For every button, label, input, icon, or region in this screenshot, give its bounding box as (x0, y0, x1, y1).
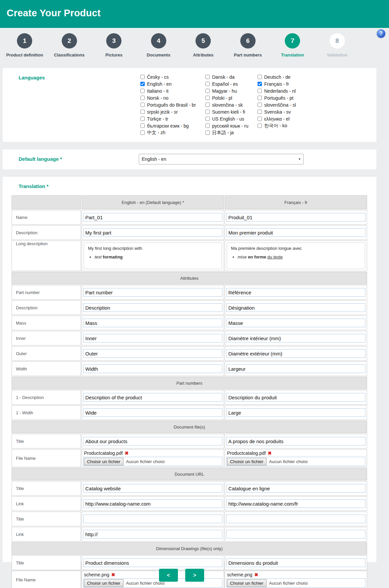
input-title-fr[interactable] (226, 437, 365, 445)
next-step-button[interactable]: > (185, 569, 204, 582)
step-pictures: 3Pictures (92, 28, 136, 57)
language-checkbox-fran-ais-fr[interactable] (258, 82, 262, 86)
input-link-en[interactable] (83, 530, 222, 539)
language-checkbox-norsk-no[interactable] (140, 96, 145, 100)
input-1-description-en[interactable] (83, 393, 222, 402)
input-link-fr[interactable] (226, 499, 365, 508)
input-1-width-en[interactable] (83, 408, 222, 417)
input-title-fr[interactable] (226, 558, 365, 567)
input-description-fr[interactable] (226, 303, 365, 312)
input-title-en[interactable] (83, 558, 222, 567)
row-label: Title (12, 434, 81, 448)
step-label: Part numbers (226, 53, 271, 57)
language-checkbox-ja[interactable] (205, 131, 210, 135)
input-name-en[interactable] (83, 213, 222, 222)
language-checkbox-polski-pl[interactable] (205, 96, 210, 100)
input-width-en[interactable] (83, 364, 222, 373)
input-inner-en[interactable] (83, 334, 222, 343)
input-name-fr[interactable] (226, 213, 365, 222)
cell-en (82, 361, 224, 376)
language-item: Português - pt (258, 94, 321, 101)
step-circle-7[interactable]: 7 (285, 33, 300, 49)
language-checkbox-us-english-us[interactable] (205, 117, 210, 121)
input-link-en[interactable] (83, 499, 222, 508)
row-label: Mass (12, 316, 81, 330)
input-title-fr[interactable] (226, 484, 365, 493)
cell-fr (225, 300, 367, 315)
input-title-fr[interactable] (226, 515, 365, 523)
step-label: Validation (315, 53, 360, 57)
step-documents: 4Documents (136, 28, 181, 57)
cell-fr (225, 346, 367, 361)
step-product-definition: 1Product definition (2, 28, 47, 57)
input-inner-fr[interactable] (226, 334, 365, 343)
language-checkbox-nederlands-nl[interactable] (258, 89, 262, 93)
language-checkbox-bg[interactable] (140, 124, 145, 128)
language-checkbox-esky-cs[interactable] (140, 75, 145, 79)
language-column-1: Česky - csEnglish - enItaliano - itNorsk… (140, 73, 205, 136)
richtext-bullet: text formating (95, 254, 218, 259)
language-checkbox-english-en[interactable] (140, 82, 145, 86)
language-checkbox-magyar-hu[interactable] (205, 89, 210, 93)
language-checkbox-italiano-it[interactable] (140, 89, 145, 93)
language-item: 한국어 - ko (258, 122, 321, 129)
help-icon[interactable]: ? (377, 29, 385, 38)
cell-en (82, 210, 224, 225)
language-column-3: Deutsch - deFrançais - frNederlands - nl… (258, 73, 321, 136)
step-circle-6[interactable]: 6 (240, 33, 256, 49)
delete-file-icon[interactable]: ✖ (268, 450, 272, 456)
input-1-width-fr[interactable] (226, 408, 365, 417)
language-label: Dansk - da (212, 74, 235, 80)
language-checkbox-ko[interactable] (258, 124, 262, 128)
input-part-number-en[interactable] (83, 288, 222, 297)
input-mass-fr[interactable] (226, 319, 365, 327)
input-link-fr[interactable] (226, 530, 365, 539)
row-label: Outer (12, 346, 81, 361)
language-checkbox-sloven-ina-sl[interactable] (258, 103, 262, 107)
language-checkbox-portugu-s-do-brasil-br[interactable] (140, 103, 145, 107)
input-title-en[interactable] (83, 484, 222, 493)
language-checkbox-zh[interactable] (140, 131, 145, 135)
language-checkbox-suomen-kieli-fi[interactable] (205, 110, 210, 114)
language-checkbox-espa-ol-es[interactable] (205, 82, 210, 86)
input-title-en[interactable] (83, 515, 222, 523)
step-circle-5[interactable]: 5 (195, 33, 211, 49)
language-checkbox-dansk-da[interactable] (205, 75, 210, 79)
row-label: Description (12, 225, 81, 240)
input-part-number-fr[interactable] (226, 288, 365, 297)
delete-file-icon[interactable]: ✖ (125, 450, 129, 456)
step-indicator: 1Product definition2Classifications3Pict… (2, 28, 359, 57)
language-checkbox-srpski-jezik-sr[interactable] (140, 110, 145, 114)
language-checkbox-sloven-ina-sk[interactable] (205, 103, 210, 107)
language-checkbox-ru[interactable] (205, 124, 210, 128)
input-description-en[interactable] (83, 303, 222, 312)
input-mass-en[interactable] (83, 319, 222, 327)
input-1-description-fr[interactable] (226, 393, 365, 402)
cell-fr (225, 512, 367, 526)
step-circle-8[interactable]: 8 (330, 33, 345, 49)
step-circle-2[interactable]: 2 (62, 33, 77, 49)
input-outer-en[interactable] (83, 349, 222, 358)
input-description-fr[interactable] (226, 228, 365, 237)
previous-step-button[interactable]: < (159, 569, 178, 582)
language-checkbox-svenska-sv[interactable] (258, 110, 262, 114)
step-circle-3[interactable]: 3 (106, 33, 121, 49)
input-outer-fr[interactable] (226, 349, 365, 358)
input-width-fr[interactable] (226, 364, 365, 373)
language-item: slovenčina - sk (205, 101, 258, 108)
step-circle-4[interactable]: 4 (151, 33, 166, 49)
default-language-select[interactable]: English - en (139, 154, 304, 164)
file-choose-button[interactable]: Choisir un fichier (227, 458, 267, 465)
language-checkbox-el[interactable] (258, 117, 262, 121)
language-checkbox-portugu-s-pt[interactable] (258, 96, 262, 100)
richtext-editor-en[interactable]: My first long description withtext forma… (84, 243, 222, 269)
row-label: Width (12, 361, 81, 376)
step-circle-1[interactable]: 1 (17, 33, 32, 49)
file-choose-button[interactable]: Choisir un fichier (84, 458, 123, 465)
input-title-en[interactable] (83, 437, 222, 445)
language-item: Nederlands - nl (258, 87, 321, 94)
richtext-editor-fr[interactable]: Ma première description longue avecmise … (227, 243, 365, 269)
input-description-en[interactable] (83, 228, 222, 237)
language-checkbox-t-rk-e-tr[interactable] (140, 117, 145, 121)
language-checkbox-deutsch-de[interactable] (258, 75, 262, 79)
